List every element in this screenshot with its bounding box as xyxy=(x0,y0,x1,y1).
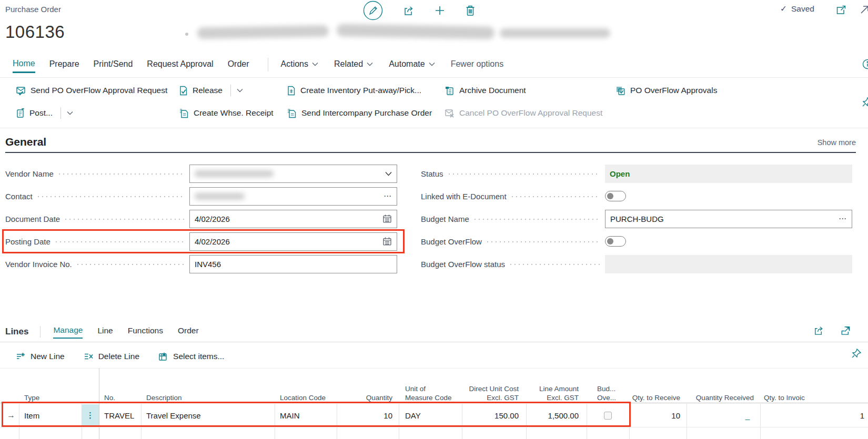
linked-e-document-toggle[interactable] xyxy=(605,191,626,201)
expand-arrow-icon[interactable] xyxy=(860,4,868,15)
col-header-no[interactable]: No. xyxy=(104,393,115,402)
field-posting-date: Posting Date 4/02/2026 xyxy=(5,232,397,251)
lookup-ellipsis-icon[interactable]: ⋯ xyxy=(383,191,392,201)
vendor-name-combobox[interactable] xyxy=(189,165,397,183)
split-divider xyxy=(60,107,61,119)
lookup-ellipsis-icon[interactable]: ⋯ xyxy=(839,214,847,223)
archive-document-button[interactable]: Archive Document xyxy=(445,81,526,99)
field-contact: Contact ⋯ xyxy=(5,187,397,206)
chevron-down-icon xyxy=(385,171,392,176)
menu-actions[interactable]: Actions xyxy=(281,59,318,72)
cell-qty-to-receive[interactable]: 10 xyxy=(629,405,680,426)
ribbon-menu: Home Prepare Print/Send Request Approval… xyxy=(13,56,503,76)
lines-toolbar: New Line Delete Line Select items... xyxy=(16,348,224,365)
send-intercompany-purchase-order-button[interactable]: Send Intercompany Purchase Order xyxy=(287,104,432,122)
cell-no[interactable]: TRAVEL xyxy=(104,405,139,426)
release-button[interactable]: Release xyxy=(179,81,243,99)
chevron-down-icon xyxy=(312,62,318,66)
contact-field[interactable]: ⋯ xyxy=(189,187,397,206)
tab-home[interactable]: Home xyxy=(13,59,35,73)
col-header-line-amount[interactable]: Line Amount Excl. GST xyxy=(526,384,579,402)
cell-quantity-received[interactable]: _ xyxy=(687,405,750,426)
create-whse-receipt-button[interactable]: Create Whse. Receipt xyxy=(179,104,274,122)
col-header-type[interactable]: Type xyxy=(24,393,39,402)
info-icon[interactable] xyxy=(862,59,868,69)
cancel-po-overflow-approval-request-button[interactable]: Cancel PO OverFlow Approval Request xyxy=(445,104,602,122)
field-status: Status Open xyxy=(421,164,852,183)
tab-request-approval[interactable]: Request Approval xyxy=(147,59,213,72)
divider xyxy=(0,77,868,78)
lines-tab-order[interactable]: Order xyxy=(178,326,199,338)
col-header-budget-ove[interactable]: Bud... Ove... xyxy=(597,384,616,402)
new-line-button[interactable]: New Line xyxy=(16,352,65,361)
purchase-order-page: { "colors": { "accent": "#12808d", "red_… xyxy=(0,0,868,439)
pin-icon[interactable] xyxy=(851,348,862,359)
menu-divider xyxy=(268,58,268,72)
lines-tab-functions[interactable]: Functions xyxy=(128,326,163,338)
row-menu-kebab-icon[interactable]: ⋮ xyxy=(82,404,99,426)
show-more-link[interactable]: Show more xyxy=(775,138,856,147)
document-date-field[interactable]: 4/02/2026 xyxy=(189,210,397,228)
create-inventory-putaway-pick-button[interactable]: Create Inventory Put-away/Pick... xyxy=(287,81,421,99)
budget-ove-checkbox[interactable] xyxy=(604,412,612,420)
divider xyxy=(0,342,868,342)
col-header-qty-to-invoice[interactable]: Qty. to Invoic xyxy=(764,393,805,402)
cell-line-amount[interactable]: 1,500.00 xyxy=(526,405,579,426)
delete-line-button[interactable]: Delete Line xyxy=(84,352,139,361)
cell-description[interactable]: Travel Expense xyxy=(146,405,272,426)
col-header-location-code[interactable]: Location Code xyxy=(280,393,326,402)
status-badge: Open xyxy=(610,169,630,178)
chevron-down-icon xyxy=(237,88,243,93)
calendar-icon[interactable] xyxy=(382,237,392,246)
tab-print-send[interactable]: Print/Send xyxy=(94,59,133,72)
fewer-options-button[interactable]: Fewer options xyxy=(451,59,504,72)
delete-trash-icon[interactable] xyxy=(465,5,476,16)
col-header-quantity[interactable]: Quantity xyxy=(337,393,392,402)
col-header-quantity-received[interactable]: Quantity Received xyxy=(687,393,754,402)
archive-icon xyxy=(445,86,455,96)
send-po-overflow-approval-request-button[interactable]: Send PO OverFlow Approval Request xyxy=(16,81,167,99)
po-overflow-approvals-button[interactable]: PO OverFlow Approvals xyxy=(615,81,717,99)
cell-uom[interactable]: DAY xyxy=(405,405,460,426)
cell-direct-unit-cost[interactable]: 150.00 xyxy=(462,405,519,426)
budget-overflow-toggle[interactable] xyxy=(605,236,626,247)
delete-line-icon xyxy=(84,352,94,361)
menu-related[interactable]: Related xyxy=(334,59,373,72)
cell-qty-to-invoice[interactable]: 1 xyxy=(760,405,865,426)
status-field: Open xyxy=(605,165,852,183)
saved-label: Saved xyxy=(791,4,814,14)
posting-date-field[interactable]: 4/02/2026 xyxy=(189,232,397,251)
menu-automate[interactable]: Automate xyxy=(389,59,435,72)
vendor-invoice-no-field[interactable]: INV456 xyxy=(189,255,397,273)
tab-prepare[interactable]: Prepare xyxy=(49,59,79,72)
chevron-down-icon xyxy=(67,111,73,115)
put-away-pick-icon xyxy=(287,86,296,96)
post-icon xyxy=(16,108,25,118)
col-header-description[interactable]: Description xyxy=(146,393,182,402)
cell-quantity[interactable]: 10 xyxy=(337,405,392,426)
calendar-icon[interactable] xyxy=(382,214,392,223)
pin-icon[interactable] xyxy=(862,97,868,107)
divider xyxy=(0,128,868,128)
new-document-plus-icon[interactable] xyxy=(435,5,445,16)
intercompany-icon xyxy=(287,108,297,118)
lines-tab-line[interactable]: Line xyxy=(97,326,113,338)
col-header-direct-unit-cost[interactable]: Direct Unit Cost Excl. GST xyxy=(462,384,519,402)
cell-location-code[interactable]: MAIN xyxy=(280,405,335,426)
share-icon[interactable] xyxy=(813,325,824,336)
col-header-uom[interactable]: Unit of Measure Code xyxy=(405,384,452,402)
open-in-new-window-icon[interactable] xyxy=(835,4,847,16)
tab-order[interactable]: Order xyxy=(228,59,249,72)
col-header-qty-to-receive[interactable]: Qty. to Receive xyxy=(629,393,680,402)
post-button[interactable]: Post... xyxy=(16,104,73,122)
release-icon xyxy=(179,86,188,96)
edit-pencil-icon[interactable] xyxy=(363,1,383,21)
focus-mode-icon[interactable] xyxy=(840,325,851,336)
lines-tab-manage[interactable]: Manage xyxy=(53,325,83,339)
select-items-icon xyxy=(158,352,168,361)
share-icon[interactable] xyxy=(403,5,415,16)
select-items-button[interactable]: Select items... xyxy=(158,352,224,361)
budget-name-field[interactable]: PURCH-BUDG ⋯ xyxy=(605,210,852,228)
cell-type[interactable]: Item xyxy=(24,405,79,426)
send-approval-icon xyxy=(16,86,26,96)
